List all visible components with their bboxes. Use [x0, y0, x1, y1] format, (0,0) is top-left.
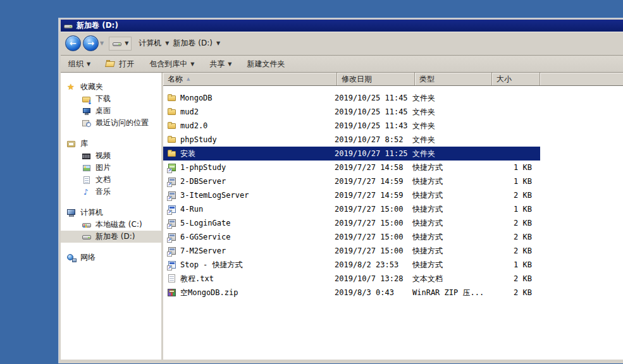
sidebar-item-label: 本地磁盘 (C:): [96, 219, 142, 230]
toolbar-button-共享[interactable]: 共享▼: [209, 59, 231, 70]
file-shortcut-app-icon: [167, 176, 177, 186]
chevron-down-icon: ▼: [125, 40, 128, 46]
file-type: 快捷方式: [412, 188, 490, 202]
table-row[interactable]: 安装2019/10/27 11:25文件夹: [163, 147, 540, 161]
sidebar-item-label: 图片: [96, 162, 111, 173]
sidebar-group-label: 网络: [80, 252, 96, 263]
table-row[interactable]: mud2.02019/10/25 11:43文件夹: [163, 119, 540, 133]
file-size: 2 KB: [490, 244, 538, 258]
table-row[interactable]: Stop - 快捷方式2019/8/2 23:53快捷方式1 KB: [163, 258, 540, 272]
table-row[interactable]: 空MongoDB.zip2019/8/3 0:43WinRAR ZIP 压...…: [163, 286, 540, 300]
toolbar-button-新建文件夹[interactable]: 新建文件夹: [247, 59, 285, 70]
breadcrumb-dropdown-icon[interactable]: ▼: [165, 40, 169, 46]
sidebar-item[interactable]: 图片: [61, 162, 161, 174]
table-row[interactable]: MongoDB2019/10/25 11:45文件夹: [163, 91, 540, 105]
file-name: Stop - 快捷方式: [177, 258, 335, 272]
address-drive-chip[interactable]: ▼: [109, 37, 132, 51]
file-folder-icon: [167, 107, 177, 117]
back-button[interactable]: ←: [65, 35, 81, 51]
file-type: WinRAR ZIP 压...: [412, 286, 490, 300]
column-header-修改日期[interactable]: 修改日期: [337, 73, 415, 85]
sidebar-item-label: 桌面: [96, 106, 111, 116]
file-name: 空MongoDB.zip: [177, 286, 335, 300]
toolbar-button-包含到库中[interactable]: 包含到库中▼: [149, 59, 194, 70]
file-type: 文本文档: [412, 272, 490, 286]
forward-button[interactable]: →: [83, 35, 99, 51]
sort-ascending-icon: ▲: [187, 76, 190, 82]
file-name: mud2.0: [177, 119, 335, 133]
table-row[interactable]: 4-Run2019/7/27 15:00快捷方式1 KB: [163, 202, 540, 216]
column-header-filler: [540, 73, 623, 85]
file-name: 4-Run: [177, 202, 335, 216]
disk-d-icon: [82, 232, 92, 242]
file-modified-date: 2019/7/27 15:00: [335, 244, 412, 258]
table-row[interactable]: 3-ItemLogServer2019/7/27 14:59快捷方式2 KB: [163, 188, 540, 202]
file-modified-date: 2019/7/27 14:59: [335, 188, 412, 202]
chevron-down-icon: ▼: [190, 61, 194, 67]
column-header-类型[interactable]: 类型: [415, 73, 492, 85]
file-name: mud2: [177, 105, 335, 119]
file-type: 快捷方式: [412, 230, 490, 244]
file-type: 文件夹: [412, 105, 490, 119]
sidebar-group: 网络: [61, 252, 161, 264]
navigation-bar: ← → ▼ ▼ 计算机▼新加卷 (D:)▼: [61, 32, 623, 56]
table-row[interactable]: 5-LoginGate2019/7/27 15:00快捷方式2 KB: [163, 216, 540, 230]
sidebar-group: 计算机本地磁盘 (C:)新加卷 (D:): [61, 207, 161, 243]
drive-icon: [112, 39, 122, 49]
drive-icon: [63, 21, 73, 31]
table-row[interactable]: 2-DBServer2019/7/27 14:59快捷方式1 KB: [163, 174, 540, 188]
sidebar-group-header[interactable]: 库: [61, 138, 161, 150]
table-row[interactable]: mud22019/10/25 11:45文件夹: [163, 105, 540, 119]
shortcut-arrow-overlay-icon: [167, 265, 172, 270]
sidebar-item[interactable]: 视频: [61, 150, 161, 162]
file-shortcut-run-icon: [167, 204, 177, 214]
sidebar-item[interactable]: 文档: [61, 174, 161, 186]
sidebar-group-header[interactable]: 计算机: [61, 207, 161, 219]
sidebar-item[interactable]: 新加卷 (D:): [61, 231, 161, 243]
sidebar-item[interactable]: 下载: [61, 93, 161, 105]
toolbar-button-组织[interactable]: 组织▼: [68, 59, 90, 70]
toolbar-button-打开[interactable]: 打开: [106, 59, 134, 70]
file-type: 快捷方式: [412, 202, 490, 216]
sidebar-item[interactable]: 最近访问的位置: [61, 117, 161, 129]
column-header-大小[interactable]: 大小: [492, 73, 540, 85]
breadcrumb-dropdown-icon[interactable]: ▼: [216, 40, 220, 46]
file-zip-icon: [167, 288, 177, 298]
sidebar-group: 收藏夹下载桌面最近访问的位置: [61, 81, 161, 129]
file-modified-date: 2019/8/3 0:43: [335, 286, 412, 300]
sidebar-item[interactable]: 桌面: [61, 105, 161, 117]
column-header-label: 名称: [168, 74, 183, 85]
shortcut-arrow-overlay-icon: [167, 182, 172, 187]
table-row[interactable]: 6-GGService2019/7/27 15:00快捷方式2 KB: [163, 230, 540, 244]
file-shortcut-app-icon: [167, 190, 177, 200]
sidebar-item[interactable]: 音乐: [61, 186, 161, 198]
column-header-名称[interactable]: 名称▲: [163, 73, 337, 85]
file-shortcut-app-icon: [167, 218, 177, 228]
table-row[interactable]: 1-phpStudy2019/7/27 14:58快捷方式1 KB: [163, 161, 540, 174]
file-modified-date: 2019/10/27 8:52: [335, 133, 412, 147]
sidebar-group-header[interactable]: 网络: [61, 252, 161, 264]
file-name: 7-M2Server: [177, 244, 335, 258]
file-name: 1-phpStudy: [177, 161, 335, 174]
file-size: 2 KB: [490, 286, 538, 300]
recent-pages-dropdown-icon[interactable]: ▼: [100, 40, 104, 46]
table-row[interactable]: 7-M2Server2019/7/27 15:00快捷方式2 KB: [163, 244, 540, 258]
sidebar-item[interactable]: 本地磁盘 (C:): [61, 219, 161, 231]
file-modified-date: 2019/8/2 23:53: [335, 258, 412, 272]
column-header-label: 类型: [419, 74, 435, 85]
file-folder-icon: [167, 121, 177, 131]
sidebar-item-label: 新加卷 (D:): [96, 231, 135, 242]
table-row[interactable]: 教程.txt2019/10/7 13:28文本文档2 KB: [163, 272, 540, 286]
chevron-down-icon: ▼: [87, 61, 90, 67]
breadcrumb-item[interactable]: 新加卷 (D:): [171, 37, 214, 49]
shortcut-arrow-overlay-icon: [167, 224, 172, 229]
breadcrumb-item[interactable]: 计算机: [137, 37, 163, 49]
file-name: phpStudy: [177, 133, 335, 147]
sidebar-group-label: 库: [80, 138, 88, 149]
file-text-icon: [167, 274, 177, 284]
video-icon: [82, 151, 92, 161]
file-shortcut-run-icon: [167, 260, 177, 270]
table-row[interactable]: phpStudy2019/10/27 8:52文件夹: [163, 133, 540, 147]
file-modified-date: 2019/10/7 13:28: [335, 272, 412, 286]
sidebar-group-header[interactable]: 收藏夹: [61, 81, 161, 93]
